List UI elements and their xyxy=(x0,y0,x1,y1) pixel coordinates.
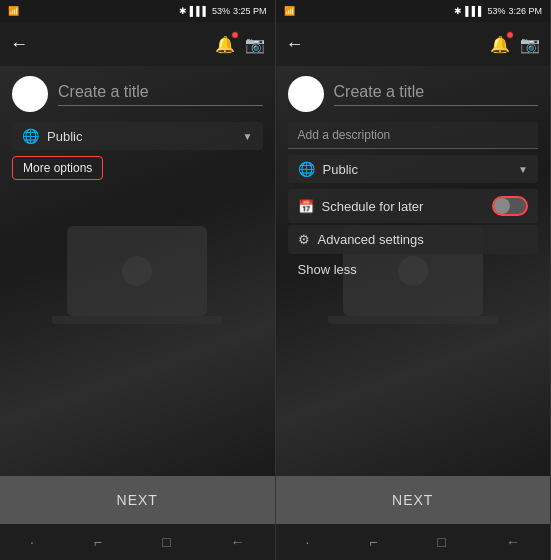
next-label-right: NEXT xyxy=(392,492,433,508)
bluetooth-icon-right: ✱ xyxy=(454,6,462,16)
status-bar-right: 📶 ✱ ▌▌▌ 53% 3:26 PM xyxy=(276,0,551,22)
avatar-right[interactable] xyxy=(288,76,324,112)
form-overlay-right: Create a title Add a description 🌐 Publi… xyxy=(276,66,551,476)
camera-icon-left[interactable]: 📷 xyxy=(245,35,265,54)
title-input-right[interactable]: Create a title xyxy=(334,83,539,106)
back-nav-right[interactable]: ← xyxy=(506,534,520,550)
public-dropdown-left[interactable]: 🌐 Public ▼ xyxy=(12,122,263,150)
dot-icon-right: · xyxy=(305,534,309,550)
home-icon-left[interactable]: □ xyxy=(162,534,170,550)
title-input-area-left: Create a title xyxy=(58,83,263,106)
public-label-right: Public xyxy=(323,162,519,177)
more-options-button[interactable]: More options xyxy=(12,156,103,180)
advanced-settings-row[interactable]: ⚙ Advanced settings xyxy=(288,225,539,254)
status-right: ✱ ▌▌▌ 53% 3:25 PM xyxy=(179,6,267,16)
status-left-right: 📶 xyxy=(284,6,295,16)
next-bar-right[interactable]: NEXT xyxy=(276,476,551,524)
top-bar-left: ← 🔔 📷 xyxy=(0,22,275,66)
top-bar-right: ← 🔔 📷 xyxy=(276,22,551,66)
time-left: 3:25 PM xyxy=(233,6,267,16)
avatar-left[interactable] xyxy=(12,76,48,112)
schedule-label: Schedule for later xyxy=(322,199,493,214)
sim-icon: 📶 xyxy=(8,6,19,16)
next-label-left: NEXT xyxy=(117,492,158,508)
notification-icon-right[interactable]: 🔔 xyxy=(490,35,510,54)
form-overlay-left: Create a title 🌐 Public ▼ More options xyxy=(0,66,275,476)
status-right-right: ✱ ▌▌▌ 53% 3:26 PM xyxy=(454,6,542,16)
more-options-label: More options xyxy=(23,161,92,175)
title-input-left[interactable]: Create a title xyxy=(58,83,263,106)
show-less-button[interactable]: Show less xyxy=(288,256,539,283)
description-placeholder: Add a description xyxy=(298,128,391,142)
notif-badge-right xyxy=(506,31,514,39)
bluetooth-icon: ✱ xyxy=(179,6,187,16)
public-dropdown-right[interactable]: 🌐 Public ▼ xyxy=(288,155,539,183)
content-area-right: Create a title Add a description 🌐 Publi… xyxy=(276,66,551,476)
time-right: 3:26 PM xyxy=(508,6,542,16)
title-row-right: Create a title xyxy=(288,76,539,112)
status-bar-left: 📶 ✱ ▌▌▌ 53% 3:25 PM xyxy=(0,0,275,22)
bottom-nav-left: · ⌐ □ ← xyxy=(0,524,275,560)
next-bar-left[interactable]: NEXT xyxy=(0,476,275,524)
dropdown-arrow-right: ▼ xyxy=(518,164,528,175)
recent-icon-right[interactable]: ⌐ xyxy=(369,534,377,550)
advanced-label: Advanced settings xyxy=(318,232,529,247)
calendar-icon: 📅 xyxy=(298,199,314,214)
show-less-label: Show less xyxy=(298,262,357,277)
top-bar-icons-right: 🔔 📷 xyxy=(490,35,540,54)
signal-bars-right: ▌▌▌ xyxy=(465,6,484,16)
title-row-left: Create a title xyxy=(12,76,263,112)
back-button-right[interactable]: ← xyxy=(286,34,304,55)
toggle-track xyxy=(492,196,528,216)
dropdown-arrow-left: ▼ xyxy=(243,131,253,142)
signal-bars: ▌▌▌ xyxy=(190,6,209,16)
gear-icon: ⚙ xyxy=(298,232,310,247)
back-nav-left[interactable]: ← xyxy=(230,534,244,550)
dot-icon-left: · xyxy=(30,534,34,550)
content-area-left: Create a title 🌐 Public ▼ More options xyxy=(0,66,275,476)
status-left: 📶 xyxy=(8,6,19,16)
public-label-left: Public xyxy=(47,129,243,144)
home-icon-right[interactable]: □ xyxy=(438,534,446,550)
top-bar-icons-left: 🔔 📷 xyxy=(215,35,265,54)
schedule-row[interactable]: 📅 Schedule for later xyxy=(288,189,539,223)
globe-icon-right: 🌐 xyxy=(298,161,315,177)
description-input[interactable]: Add a description xyxy=(288,122,539,149)
globe-icon-left: 🌐 xyxy=(22,128,39,144)
schedule-toggle[interactable] xyxy=(492,196,528,216)
notif-badge-left xyxy=(231,31,239,39)
right-panel: 📶 ✱ ▌▌▌ 53% 3:26 PM ← 🔔 📷 Create xyxy=(276,0,552,560)
battery-right: 53% xyxy=(487,6,505,16)
toggle-thumb xyxy=(494,198,510,214)
bottom-nav-right: · ⌐ □ ← xyxy=(276,524,551,560)
back-button-left[interactable]: ← xyxy=(10,34,28,55)
notification-icon-left[interactable]: 🔔 xyxy=(215,35,235,54)
battery-percent: 53% xyxy=(212,6,230,16)
recent-icon-left[interactable]: ⌐ xyxy=(94,534,102,550)
camera-icon-right[interactable]: 📷 xyxy=(520,35,540,54)
sim-icon-right: 📶 xyxy=(284,6,295,16)
title-input-area-right: Create a title xyxy=(334,83,539,106)
left-panel: 📶 ✱ ▌▌▌ 53% 3:25 PM ← 🔔 📷 Create xyxy=(0,0,276,560)
